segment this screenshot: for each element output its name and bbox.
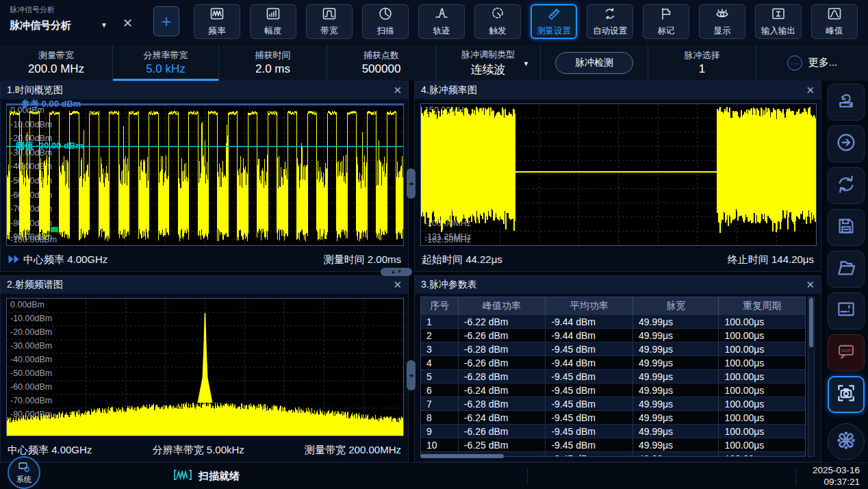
- toolbar-button-label: 测量设置: [537, 25, 571, 37]
- horizontal-splitter-handle[interactable]: ▲▼: [381, 268, 412, 276]
- table-cell: -9.45 dBm: [546, 425, 633, 438]
- sidebar-button-open[interactable]: [828, 251, 865, 288]
- toolbar-button-trigger[interactable]: 触发: [474, 4, 521, 39]
- param-pulse-select[interactable]: 脉冲选择1: [648, 45, 756, 81]
- param-modulation-type[interactable]: 脉冲调制类型连续波▼: [436, 45, 541, 81]
- panel-pulse-table: 3.脉冲参数表 ✕ 序号峰值功率平均功率脉宽重复周期1-6.22 dBm-9.4…: [414, 275, 821, 462]
- param-rbw[interactable]: 分辨率带宽5.0 kHz: [113, 45, 219, 81]
- vertical-splitter-handle[interactable]: ◀▶: [407, 360, 416, 390]
- svg-text:•SCPI: •SCPI: [841, 349, 852, 353]
- table-cell: -9.44 dBm: [546, 329, 633, 342]
- sidebar-button-scpi[interactable]: •SCPI: [828, 334, 865, 371]
- run-arrow-icon: [835, 131, 857, 156]
- vertical-splitter-handle[interactable]: ◀▶: [407, 168, 416, 199]
- toolbar-button-sweep[interactable]: 扫描: [362, 4, 409, 39]
- table-row[interactable]: 6-6.24 dBm-9.45 dBm49.99μs100.00μs: [421, 384, 805, 397]
- chevron-down-icon[interactable]: ▼: [101, 21, 107, 29]
- spectrum-noise-floor: [7, 402, 403, 436]
- sidebar-button-preset[interactable]: [828, 84, 865, 121]
- sidebar-button-window[interactable]: [828, 292, 865, 329]
- sidebar-button-save[interactable]: [828, 209, 865, 246]
- table-row[interactable]: 1-6.22 dBm-9.44 dBm49.99μs100.00μs: [421, 315, 805, 329]
- table-cell: 100.00μs: [719, 356, 805, 369]
- scrollbar-thumb[interactable]: [420, 454, 504, 458]
- y-axis-tick-label: 0.00dBm: [10, 300, 44, 310]
- close-icon[interactable]: ✕: [393, 84, 402, 97]
- close-icon[interactable]: ✕: [806, 84, 815, 97]
- table-row[interactable]: 9-6.26 dBm-9.45 dBm49.99μs100.00μs: [421, 425, 805, 438]
- close-tab-icon[interactable]: ✕: [123, 16, 133, 31]
- toolbar-button-io[interactable]: 输入输出: [755, 4, 802, 39]
- sweep-wave-icon: [173, 469, 192, 484]
- rf-spectrum-plot[interactable]: 0.00dBm-10.00dBm-20.00dBm-30.00dBm-40.00…: [6, 298, 404, 436]
- sidebar-button-logo[interactable]: [828, 423, 865, 460]
- fast-forward-icon[interactable]: [8, 254, 21, 266]
- pulse-frequency-plot[interactable]: 150.00MHz118.75MHz87.50MHz56.25MHz25.00M…: [420, 103, 817, 246]
- more-button[interactable]: …更多...: [787, 55, 838, 71]
- trigger-icon: [490, 6, 505, 24]
- pulse-parameter-table[interactable]: 序号峰值功率平均功率脉宽重复周期1-6.22 dBm-9.44 dBm49.99…: [420, 297, 806, 457]
- toolbar-button-amplitude[interactable]: 幅度: [250, 4, 296, 39]
- marker-icon: [659, 6, 674, 24]
- time-overview-plot[interactable]: 0.00dBm-10.00dBm-20.00dBm-30.00dBm-40.00…: [6, 103, 404, 246]
- panel-title-bar: 2.射频频谱图 ✕: [1, 276, 408, 294]
- app-mode-tab[interactable]: 脉冲信号分析: [10, 19, 71, 32]
- toolbar-button-marker[interactable]: 标记: [643, 4, 689, 39]
- sidebar-button-screenshot[interactable]: [828, 376, 865, 413]
- panel-title: 2.射频频谱图: [7, 279, 63, 291]
- window-layout-icon: [836, 299, 856, 323]
- horizontal-scrollbar[interactable]: [420, 454, 806, 460]
- param-capture-time[interactable]: 捕获时间2.0 ms: [219, 45, 327, 81]
- sidebar-button-refresh[interactable]: [828, 167, 865, 204]
- auto-setup-icon: [602, 6, 617, 24]
- param-value: 2.0 ms: [255, 62, 290, 76]
- table-header-cell: 脉宽: [633, 297, 719, 315]
- table-row[interactable]: 5-6.28 dBm-9.45 dBm49.99μs100.00μs: [421, 370, 805, 384]
- toolbar-button-display[interactable]: 显示: [699, 4, 745, 39]
- param-more[interactable]: …更多...: [756, 45, 868, 81]
- toolbar-button-measure-setup[interactable]: 测量设置: [531, 4, 577, 39]
- ellipsis-icon: …: [787, 55, 802, 71]
- panel-time-overview: 1.时间概览图 ✕ 0.00dBm-10.00dBm-20.00dBm-30.0…: [0, 81, 409, 272]
- toolbar-button-bandwidth[interactable]: 带宽: [306, 4, 353, 39]
- param-label: 捕获时间: [255, 49, 291, 62]
- toolbar-button-auto-setup[interactable]: 自动设置: [587, 4, 633, 39]
- table-cell: -9.45 dBm: [546, 397, 633, 410]
- pulse-detect-button[interactable]: 脉冲检测: [555, 52, 633, 74]
- close-icon[interactable]: ✕: [806, 279, 815, 291]
- toolbar-button-peak[interactable]: 峰值: [811, 4, 858, 39]
- more-label: 更多...: [808, 56, 838, 69]
- param-pulse-detect[interactable]: 脉冲检测: [541, 45, 648, 81]
- chevron-down-icon[interactable]: ▼: [523, 60, 529, 67]
- y-axis-tick-label: -20.00dBm: [10, 327, 52, 337]
- system-button[interactable]: 系统: [8, 456, 40, 489]
- panel-title: 1.时间概览图: [7, 84, 63, 97]
- param-measure-bandwidth[interactable]: 测量带宽200.0 MHz: [0, 45, 113, 81]
- table-row[interactable]: 2-6.26 dBm-9.44 dBm49.99μs100.00μs: [421, 329, 805, 342]
- vertical-scrollbar[interactable]: [808, 297, 815, 457]
- param-capture-points[interactable]: 捕获点数500000: [327, 45, 436, 81]
- param-value: 500000: [362, 62, 401, 76]
- footer-start-time: 起始时间 44.22μs: [422, 253, 502, 266]
- date-text: 2025-03-16: [813, 465, 860, 477]
- toolbar-button-trace[interactable]: 轨迹: [418, 4, 465, 39]
- table-row[interactable]: 7-6.28 dBm-9.45 dBm49.99μs100.00μs: [421, 397, 805, 411]
- sidebar-button-run[interactable]: [828, 125, 865, 162]
- table-row[interactable]: 3-6.28 dBm-9.45 dBm49.99μs100.00μs: [421, 342, 805, 356]
- spectrum-center-peak: [198, 313, 213, 403]
- table-row[interactable]: 10-6.25 dBm-9.45 dBm49.99μs100.00μs: [421, 438, 805, 452]
- add-tab-button[interactable]: +: [153, 6, 179, 36]
- table-cell: 49.99μs: [633, 411, 719, 424]
- table-cell: 8: [421, 411, 459, 424]
- table-header-cell: 重复周期: [719, 297, 805, 315]
- table-row[interactable]: 4-6.26 dBm-9.44 dBm49.99μs100.00μs: [421, 356, 805, 370]
- scrollbar-thumb[interactable]: [809, 298, 813, 347]
- close-icon[interactable]: ✕: [393, 279, 402, 291]
- toolbar-button-frequency[interactable]: 频率: [194, 4, 240, 39]
- table-row[interactable]: 8-6.24 dBm-9.45 dBm49.99μs100.00μs: [421, 411, 805, 425]
- table-cell: -6.28 dBm: [459, 342, 546, 355]
- param-label: 分辨率带宽: [144, 49, 188, 62]
- parameter-bar: 测量带宽200.0 MHz分辨率带宽5.0 kHz捕获时间2.0 ms捕获点数5…: [0, 44, 868, 81]
- table-cell: -9.45 dBm: [546, 342, 633, 355]
- table-cell: 100.00μs: [719, 397, 805, 410]
